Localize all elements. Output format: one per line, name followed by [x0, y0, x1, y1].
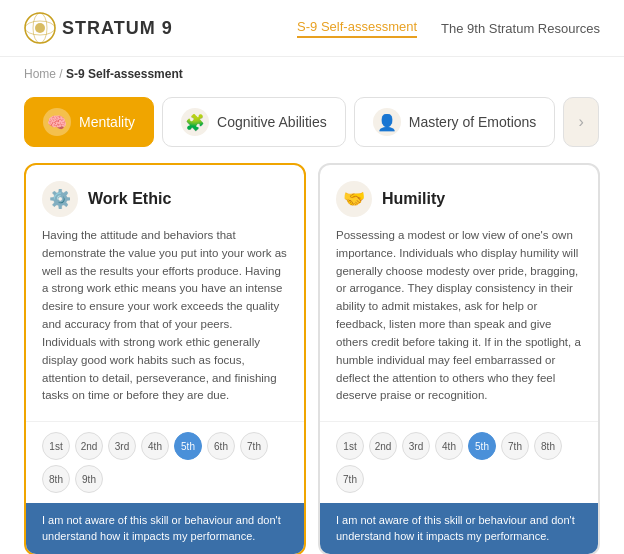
level-8th-we[interactable]: 8th: [42, 465, 70, 493]
level-1st-h[interactable]: 1st: [336, 432, 364, 460]
work-ethic-levels: 1st 2nd 3rd 4th 5th 6th 7th 8th 9th: [26, 421, 304, 503]
humility-footer-text: I am not aware of this skill or behaviou…: [336, 514, 575, 541]
tab-cognitive-label: Cognitive Abilities: [217, 114, 327, 130]
level-8th-h[interactable]: 8th: [534, 432, 562, 460]
work-ethic-description: Having the attitude and behaviors that d…: [42, 227, 288, 405]
level-7th2-h[interactable]: 7th: [336, 465, 364, 493]
svg-point-1: [35, 23, 45, 33]
level-5th-we[interactable]: 5th: [174, 432, 202, 460]
humility-icon: 🤝: [336, 181, 372, 217]
level-4th-we[interactable]: 4th: [141, 432, 169, 460]
level-1st-we[interactable]: 1st: [42, 432, 70, 460]
tabs-more-button[interactable]: ›: [563, 97, 598, 147]
work-ethic-title: Work Ethic: [88, 190, 171, 208]
level-4th-h[interactable]: 4th: [435, 432, 463, 460]
card-work-ethic-title-row: ⚙️ Work Ethic: [42, 181, 288, 217]
tabs-bar: 🧠 Mentality 🧩 Cognitive Abilities 👤 Mast…: [0, 91, 624, 159]
card-work-ethic-body: ⚙️ Work Ethic Having the attitude and be…: [26, 165, 304, 421]
tab-mentality[interactable]: 🧠 Mentality: [24, 97, 154, 147]
level-9th-we[interactable]: 9th: [75, 465, 103, 493]
tab-emotions-label: Mastery of Emotions: [409, 114, 537, 130]
breadcrumb: Home / S-9 Self-assessment: [0, 57, 624, 91]
level-3rd-h[interactable]: 3rd: [402, 432, 430, 460]
level-3rd-we[interactable]: 3rd: [108, 432, 136, 460]
humility-title: Humility: [382, 190, 445, 208]
humility-description: Possessing a modest or low view of one's…: [336, 227, 582, 405]
breadcrumb-current: S-9 Self-assessment: [66, 67, 183, 81]
nav-resources[interactable]: The 9th Stratum Resources: [441, 21, 600, 36]
work-ethic-icon: ⚙️: [42, 181, 78, 217]
work-ethic-footer: I am not aware of this skill or behaviou…: [26, 503, 304, 554]
logo-text: STRATUM 9: [62, 18, 173, 39]
level-2nd-h[interactable]: 2nd: [369, 432, 397, 460]
level-2nd-we[interactable]: 2nd: [75, 432, 103, 460]
work-ethic-footer-text: I am not aware of this skill or behaviou…: [42, 514, 281, 541]
tab-emotions[interactable]: 👤 Mastery of Emotions: [354, 97, 556, 147]
humility-levels: 1st 2nd 3rd 4th 5th 7th 8th 7th: [320, 421, 598, 503]
card-work-ethic: ⚙️ Work Ethic Having the attitude and be…: [24, 163, 306, 554]
nav-self-assessment[interactable]: S-9 Self-assessment: [297, 19, 417, 38]
card-humility-title-row: 🤝 Humility: [336, 181, 582, 217]
logo-icon: [24, 12, 56, 44]
cards-area: ⚙️ Work Ethic Having the attitude and be…: [0, 159, 624, 554]
emotions-icon: 👤: [373, 108, 401, 136]
humility-footer: I am not aware of this skill or behaviou…: [320, 503, 598, 554]
mentality-icon: 🧠: [43, 108, 71, 136]
breadcrumb-home[interactable]: Home: [24, 67, 56, 81]
nav-links: S-9 Self-assessment The 9th Stratum Reso…: [297, 19, 600, 38]
level-7th-we[interactable]: 7th: [240, 432, 268, 460]
tab-mentality-label: Mentality: [79, 114, 135, 130]
header: STRATUM 9 S-9 Self-assessment The 9th St…: [0, 0, 624, 57]
level-6th-we[interactable]: 6th: [207, 432, 235, 460]
level-7th-h[interactable]: 7th: [501, 432, 529, 460]
level-5th-h[interactable]: 5th: [468, 432, 496, 460]
logo[interactable]: STRATUM 9: [24, 12, 173, 44]
card-humility-body: 🤝 Humility Possessing a modest or low vi…: [320, 165, 598, 421]
tab-cognitive[interactable]: 🧩 Cognitive Abilities: [162, 97, 346, 147]
cognitive-icon: 🧩: [181, 108, 209, 136]
card-humility: 🤝 Humility Possessing a modest or low vi…: [318, 163, 600, 554]
